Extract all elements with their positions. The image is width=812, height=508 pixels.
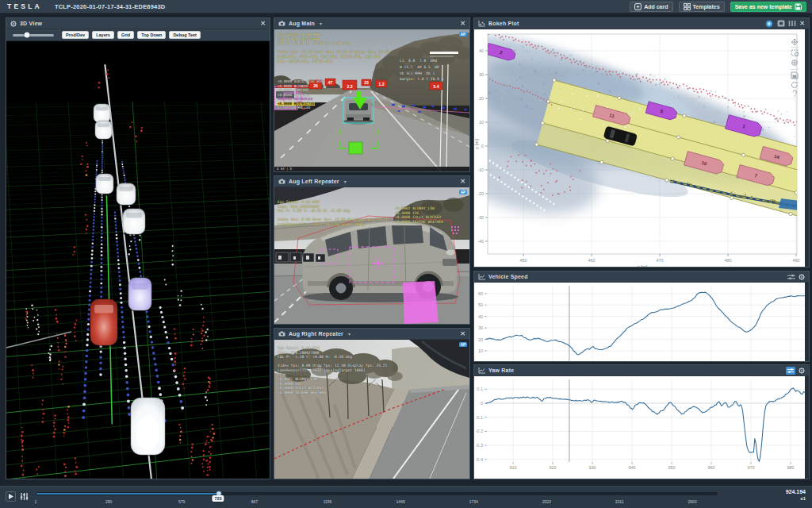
aug-left-view[interactable]: Ego Speed: 9.44 MPHTime: 924.190927000CA… <box>274 187 469 324</box>
svg-text:950: 950 <box>668 465 675 470</box>
close-icon[interactable]: ✕ <box>799 21 805 27</box>
close-icon[interactable]: ✕ <box>460 179 465 185</box>
3d-button-2[interactable]: Grid <box>117 31 134 39</box>
aug-left-right-hud: +0.0002 BLURRY_LOW+0.0000 FOG+0.0000 FUL… <box>395 206 443 224</box>
ap-badge: AP <box>459 342 467 347</box>
yaw-rate-header: Yaw Rate <box>474 365 809 376</box>
hud-line: Vb 5C1 MPH Db 1 <box>400 71 443 77</box>
timeline-tick: 2311 <box>615 499 624 504</box>
layout-columns-icon[interactable] <box>788 20 796 27</box>
series-settings-icon[interactable] <box>787 274 795 280</box>
play-button[interactable] <box>6 491 16 501</box>
chevron-down-icon[interactable]: ▾ <box>348 331 350 337</box>
gear-icon <box>10 21 17 27</box>
vehicle-speed-header: Vehicle Speed <box>474 271 809 283</box>
hud-line: L1 8.0 7.0 DMd <box>400 58 443 64</box>
sync-glow-icon[interactable] <box>764 19 774 29</box>
3d-toolbar: Prod/DevLayersGridTop DownDebug Text <box>6 29 270 41</box>
templates-label: Templates <box>693 4 720 10</box>
3d-canvas[interactable] <box>6 41 270 479</box>
timeline-tick: 1445 <box>396 499 405 504</box>
camera-icon <box>278 331 285 337</box>
aug-main-header: Aug Main▾✕ <box>274 18 469 29</box>
aug-left-hud: Ego Speed: 9.44 MPHTime: 924.190927000CA… <box>278 200 387 227</box>
svg-text:970: 970 <box>747 465 754 470</box>
hud-line: LaneSensor[?]: +1932 [movingTarget 1068] <box>278 222 387 227</box>
svg-text:-0.4: -0.4 <box>476 457 483 462</box>
aug-main-view[interactable]: 26472.3231.25.4Ego Speed: 9.44 MPHTime: … <box>274 29 469 171</box>
svg-text:930: 930 <box>588 465 596 470</box>
top-navbar: TESLATCLP-2020-01-07-17-34-31-EDE6943DAd… <box>0 0 812 13</box>
templates-button[interactable]: Templates <box>679 2 725 12</box>
aug-right-view[interactable]: Ego Speed: 9.44 MPHTime: 924.190927000CA… <box>274 340 469 479</box>
3d-button-0[interactable]: Prod/Dev <box>62 31 89 39</box>
save-template-label: Save as new template <box>735 4 792 10</box>
aug-main-title: Aug Main <box>289 21 315 26</box>
series-settings-icon-active[interactable] <box>786 367 795 375</box>
playback-speed: x1 <box>800 496 806 501</box>
close-icon[interactable]: ✕ <box>460 331 465 337</box>
yaw-rate-chart[interactable]: 0.10-0.1-0.2-0.3-0.491092093094095096097… <box>474 376 809 479</box>
panel-3d-title: 3D View <box>20 21 42 26</box>
yaw-rate-svg: 0.10-0.1-0.2-0.3-0.491092093094095096097… <box>474 376 805 479</box>
chevron-down-icon[interactable]: ▾ <box>344 179 347 184</box>
svg-text:10: 10 <box>478 348 483 353</box>
add-card-icon <box>634 3 642 10</box>
add-card-button[interactable]: Add card <box>630 2 672 12</box>
svg-text:40: 40 <box>479 48 484 53</box>
timeline-bar: 7231290579867115614451734202323112600924… <box>0 486 812 508</box>
close-icon[interactable]: ✕ <box>460 21 465 27</box>
aug-right-header: Aug Right Repeater▾✕ <box>274 329 469 340</box>
svg-text:-10: -10 <box>477 167 484 172</box>
navbar-actions: Add cardTemplatesSave as new template <box>630 2 806 12</box>
3d-button-1[interactable]: Layers <box>92 31 114 39</box>
svg-text:-40: -40 <box>477 239 484 244</box>
vehicle-speed-chart[interactable]: 102030405060 <box>474 283 809 361</box>
svg-text:0: 0 <box>481 401 483 406</box>
timeline-tick: 1734 <box>469 499 478 504</box>
chevron-down-icon[interactable]: ▾ <box>320 21 322 26</box>
aug-label: s: lm CONTROLLED <box>278 106 310 110</box>
frame-step-button[interactable] <box>19 491 29 501</box>
svg-text:460: 460 <box>588 258 595 263</box>
panel-aug-left-repeater: Aug Left Repeater▾✕ Ego Speed: 9.44 MPHT… <box>274 175 470 325</box>
snapshot-icon[interactable] <box>777 20 785 27</box>
panel-bokeh-plot: Bokeh Plot✕450460470480490403020100-10-2… <box>473 17 810 267</box>
yaw-rate-title: Yaw Rate <box>488 368 514 373</box>
timeline-tick: 290 <box>105 499 112 504</box>
save-as-new-template-button[interactable]: Save as new template <box>730 2 806 12</box>
bokeh-plot-area[interactable]: 450460470480490403020100-10-20-30-40x [m… <box>474 29 809 267</box>
aug-left-header: Aug Left Repeater▾✕ <box>274 176 469 187</box>
aug-left-title: Aug Left Repeater <box>289 179 339 184</box>
timeline-tick: 1156 <box>324 499 332 504</box>
3d-button-4[interactable]: Debug Text <box>169 31 201 39</box>
aug-main-label-stack: +0.0000 AUDIO_HIGH_WIND+0.0000 BLINDED+0… <box>278 80 325 110</box>
svg-text:20: 20 <box>478 337 483 342</box>
gear-icon[interactable] <box>799 274 805 280</box>
svg-text:x [m]: x [m] <box>638 264 648 267</box>
hud-line: +0.0000 SEVERE_WEATHER <box>278 391 387 395</box>
3d-button-3[interactable]: Top Down <box>137 31 166 39</box>
gear-icon[interactable] <box>799 368 805 374</box>
detection-box-label: 2.3 <box>347 84 353 89</box>
bokeh-header: Bokeh Plot✕ <box>474 18 809 29</box>
svg-text:10: 10 <box>479 120 484 125</box>
3d-scene-svg <box>6 41 270 479</box>
aug-main-footer: A 04 | D <box>274 167 469 171</box>
slider-knob[interactable] <box>25 33 30 38</box>
timeline-tick: 1 <box>35 499 37 504</box>
hud-line: RL[0.00], V2[1.00], P[0.00], PPS[0.00], … <box>278 55 389 60</box>
timeline-progress <box>36 493 219 495</box>
3d-zoom-slider[interactable] <box>13 34 54 37</box>
svg-text:910: 910 <box>509 465 516 470</box>
close-icon[interactable]: ✕ <box>260 21 266 27</box>
line-chart-icon <box>478 274 485 280</box>
svg-text:-30: -30 <box>477 215 484 220</box>
svg-text:-0.1: -0.1 <box>476 415 483 420</box>
detection-box-label: 23 <box>364 80 369 85</box>
panel-3d-header: 3D View✕ <box>6 18 270 29</box>
timeline-track[interactable] <box>36 492 718 495</box>
hud-line: WPM: FUP[0.00], FSP[0.00] <box>278 60 389 64</box>
session-title: TCLP-2020-01-07-17-34-31-EDE6943D <box>55 3 166 10</box>
svg-text:60: 60 <box>478 291 483 296</box>
